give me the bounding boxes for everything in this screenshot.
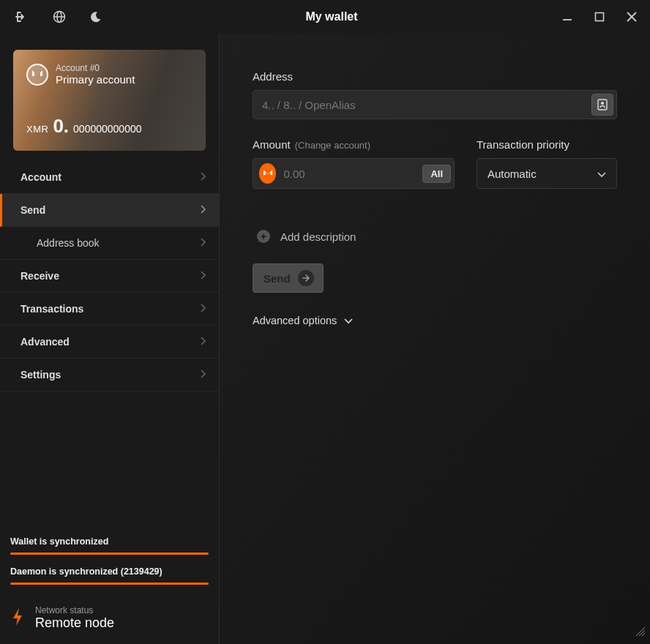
address-label: Address	[253, 70, 617, 83]
amount-input-row: All	[253, 158, 455, 189]
amount-input[interactable]	[283, 168, 422, 180]
nav-address-book[interactable]: Address book	[0, 227, 219, 260]
network-status-label: Network status	[35, 605, 114, 615]
minimize-button[interactable]	[556, 6, 578, 28]
chevron-right-icon	[200, 336, 206, 348]
nav-send[interactable]: Send	[0, 194, 219, 227]
add-description-label: Add description	[280, 231, 356, 243]
close-button[interactable]	[621, 6, 643, 28]
advanced-options-label: Advanced options	[253, 315, 337, 326]
network-status-value: Remote node	[35, 615, 114, 631]
nav-label: Address book	[37, 237, 100, 249]
priority-value: Automatic	[488, 168, 537, 180]
chevron-right-icon	[200, 303, 206, 315]
send-button[interactable]: Send	[253, 263, 324, 293]
sidebar: Account #0 Primary account XMR 0. 000000…	[0, 34, 220, 644]
nav-label: Receive	[20, 270, 59, 282]
balance-currency: XMR	[26, 124, 48, 135]
account-card[interactable]: Account #0 Primary account XMR 0. 000000…	[13, 50, 206, 151]
daemon-sync-label: Daemon is synchronized (2139429)	[10, 566, 209, 577]
arrow-right-icon	[298, 270, 314, 286]
nav-label: Transactions	[20, 303, 83, 315]
lightning-icon	[10, 607, 25, 630]
globe-icon[interactable]	[48, 6, 70, 28]
account-number-label: Account #0	[56, 63, 135, 73]
all-button[interactable]: All	[422, 165, 451, 183]
nav-label: Account	[20, 171, 61, 183]
nav-settings[interactable]: Settings	[0, 359, 219, 392]
window-title: My wallet	[107, 10, 556, 23]
address-input-row	[253, 90, 617, 119]
account-name: Primary account	[56, 73, 135, 86]
chevron-down-icon	[344, 315, 353, 326]
monero-logo-icon	[26, 64, 48, 86]
plus-icon: +	[257, 230, 270, 243]
logout-icon[interactable]	[12, 6, 34, 28]
nav-advanced[interactable]: Advanced	[0, 326, 219, 359]
balance-whole: 0.	[53, 115, 69, 138]
advanced-options-toggle[interactable]: Advanced options	[253, 315, 617, 326]
daemon-sync-bar	[10, 583, 209, 585]
chevron-right-icon	[200, 237, 206, 249]
nav-receive[interactable]: Receive	[0, 260, 219, 293]
nav-label: Send	[20, 204, 45, 216]
nav-label: Advanced	[20, 336, 70, 348]
address-input[interactable]	[262, 99, 591, 111]
chevron-right-icon	[200, 171, 206, 183]
change-account-link[interactable]: (Change account)	[295, 140, 370, 151]
svg-point-8	[601, 102, 604, 105]
resize-handle-icon[interactable]	[635, 626, 646, 640]
address-book-icon[interactable]	[591, 94, 613, 116]
chevron-right-icon	[200, 204, 206, 216]
chevron-down-icon	[597, 168, 606, 180]
priority-select[interactable]: Automatic	[477, 158, 617, 189]
chevron-right-icon	[200, 270, 206, 282]
priority-label: Transaction priority	[477, 138, 617, 151]
moon-icon[interactable]	[85, 6, 107, 28]
send-button-label: Send	[264, 272, 291, 285]
wallet-sync-bar	[10, 553, 209, 555]
balance: XMR 0. 000000000000	[26, 115, 142, 138]
wallet-sync-label: Wallet is synchronized	[10, 536, 209, 547]
chevron-right-icon	[200, 369, 206, 381]
amount-label: Amount	[253, 138, 291, 151]
maximize-button[interactable]	[589, 6, 610, 28]
monero-icon	[259, 163, 276, 184]
nav-transactions[interactable]: Transactions	[0, 293, 219, 326]
network-status[interactable]: Network status Remote node	[0, 601, 219, 644]
nav-account[interactable]: Account	[0, 161, 219, 194]
sync-status: Wallet is synchronized Daemon is synchro…	[0, 529, 219, 601]
nav-label: Settings	[20, 369, 61, 381]
balance-fraction: 000000000000	[73, 123, 141, 135]
sidebar-nav: Account Send Address book Receive Transa…	[0, 161, 219, 392]
titlebar: My wallet	[0, 0, 650, 34]
svg-rect-4	[596, 13, 604, 21]
add-description-button[interactable]: + Add description	[257, 230, 617, 243]
main-panel: Address Amount (Change account)	[220, 34, 650, 644]
